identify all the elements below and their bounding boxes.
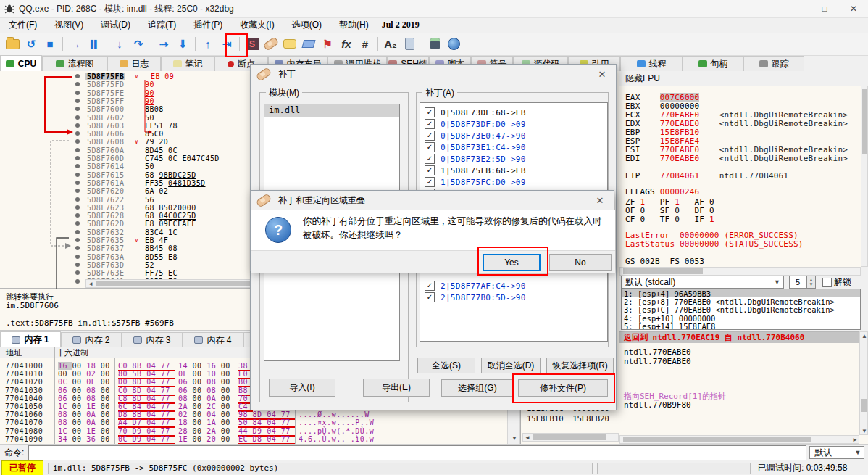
select-all-button[interactable]: 全选(S) xyxy=(417,358,475,373)
menu-item[interactable]: 视图(V) xyxy=(46,17,92,33)
breakpoint-dot[interactable] xyxy=(75,205,80,210)
menu-item[interactable]: 调试(D) xyxy=(92,17,139,33)
tab-笔记[interactable]: 笔记 xyxy=(161,56,214,71)
minimize-button[interactable]: — xyxy=(781,0,810,17)
menu-item[interactable]: 收藏夹(I) xyxy=(231,17,283,33)
export-button[interactable]: 导出(E) xyxy=(363,379,430,397)
comments-icon[interactable] xyxy=(281,36,299,53)
registers-hscrollbar[interactable] xyxy=(619,267,861,276)
tab-流程图[interactable]: 流程图 xyxy=(42,56,107,71)
stackinfo-vscrollbar[interactable]: ▲ ▼ xyxy=(859,331,868,435)
tab-CPU[interactable]: CPU xyxy=(0,55,42,71)
menu-item[interactable]: 选项(O) xyxy=(283,17,330,33)
run-to-user-code-icon[interactable]: ⇥ xyxy=(218,36,235,53)
hash-icon[interactable]: # xyxy=(356,36,374,53)
ascii-table-icon[interactable]: A₂ xyxy=(382,36,399,53)
patch-dialog-titlebar[interactable]: 补丁 ✕ xyxy=(251,65,616,83)
tab-线程[interactable]: 线程 xyxy=(620,56,683,71)
arg-depth-value[interactable]: 5 xyxy=(789,276,806,289)
calculator-icon[interactable] xyxy=(426,36,443,53)
checkbox-checked-icon[interactable]: ✓ xyxy=(425,107,435,117)
breakpoint-dot[interactable] xyxy=(75,255,80,259)
breakpoint-dot[interactable] xyxy=(75,246,80,250)
patch-entry[interactable]: ✓2|5D8F77AF:C4->90 xyxy=(420,281,526,291)
run-trace-icon[interactable]: ⇢ xyxy=(155,36,172,53)
arg-depth-stepper[interactable]: ▲▼ xyxy=(806,276,816,289)
registers-vscrollbar[interactable] xyxy=(861,86,868,267)
stackinfo-hscrollbar[interactable]: ► xyxy=(619,435,859,444)
overlap-dialog-titlebar[interactable]: 补丁和重定向区域重叠 ✕ xyxy=(251,191,614,210)
breakpoint-dot[interactable] xyxy=(75,131,80,136)
checkbox-checked-icon[interactable]: ✓ xyxy=(425,292,435,302)
registers-area[interactable]: EAX 007C6000EBX 00000000ECX 770EABE0 <nt… xyxy=(619,86,868,267)
menu-item[interactable]: 插件(P) xyxy=(185,17,231,33)
patch-entry[interactable]: ✓0|5D8F73E2:5D->90 xyxy=(420,154,526,164)
checkbox-checked-icon[interactable]: ✓ xyxy=(425,131,435,141)
patch-entry[interactable]: ✓0|5D8F73E1:C4->90 xyxy=(420,142,526,152)
run-icon[interactable]: → xyxy=(67,36,84,53)
module-item[interactable]: im.dll xyxy=(264,104,399,117)
argument-row[interactable]: 4: [esp+10] 00000000 xyxy=(622,314,860,322)
register-line[interactable]: CF 0 TF 0 IF 1 xyxy=(625,215,729,224)
overlap-dialog-close-icon[interactable]: ✕ xyxy=(592,195,608,206)
checkbox-checked-icon[interactable]: ✓ xyxy=(425,119,435,129)
stop-icon[interactable]: ■ xyxy=(41,36,59,53)
patch-file-button[interactable]: 修补文件(P) xyxy=(518,379,608,397)
memory-tab-1[interactable]: 内存 1 xyxy=(0,331,61,347)
deselect-all-button[interactable]: 取消全选(D) xyxy=(481,358,541,373)
patch-dialog-close-icon[interactable]: ✕ xyxy=(594,69,610,80)
open-file-icon[interactable] xyxy=(4,36,21,53)
register-line[interactable]: GS 002B FS 0053 xyxy=(625,257,704,266)
checkbox-checked-icon[interactable]: ✓ xyxy=(425,142,435,152)
calling-convention-select[interactable]: 默认 (stdcall)▼ xyxy=(621,276,784,289)
globe-icon[interactable] xyxy=(445,36,462,53)
breakpoint-dot[interactable] xyxy=(75,270,80,275)
breakpoint-dot[interactable] xyxy=(75,164,80,168)
bookmarks-icon[interactable]: ⚑ xyxy=(319,36,336,53)
patch-icon[interactable] xyxy=(262,36,280,53)
register-line[interactable]: EDI 770EABE0 <ntdll.DbgUiRemoteBreakin> xyxy=(625,154,848,163)
seh-chain-icon[interactable]: S xyxy=(243,36,261,53)
dump-row[interactable]: 7704106008 00 0A 00 D8 8B 04 77 02 00 04… xyxy=(0,410,520,418)
close-button[interactable]: ✕ xyxy=(839,0,868,17)
register-line[interactable]: LastStatus 00000000 (STATUS_SUCCESS) xyxy=(625,239,804,249)
breakpoint-dot[interactable] xyxy=(75,189,80,193)
checkbox-checked-icon[interactable]: ✓ xyxy=(425,281,435,291)
breakpoint-dot[interactable] xyxy=(75,213,80,218)
arguments-list[interactable]: 1: [esp+4] 96A59BB32: [esp+8] 770EABE0 <… xyxy=(621,289,861,330)
patch-entry[interactable]: ✓2|5D8F77B0:5D->90 xyxy=(420,292,526,302)
memory-tab-4[interactable]: 内存 4 xyxy=(183,332,243,347)
breakpoint-dot[interactable] xyxy=(75,115,80,120)
patch-entry[interactable]: ✓0|5D8F73E0:47->90 xyxy=(420,131,526,141)
breakpoint-dot[interactable] xyxy=(75,82,80,86)
breakpoint-dot[interactable] xyxy=(75,74,80,78)
argument-row[interactable]: 1: [esp+4] 96A59BB3 xyxy=(622,289,860,297)
breakpoint-dot[interactable] xyxy=(75,173,80,177)
argument-row[interactable]: 2: [esp+8] 770EABE0 <ntdll.DbgUiRemoteBr… xyxy=(622,297,860,305)
step-over-icon[interactable]: ↷ xyxy=(130,36,147,53)
unlock-checkbox[interactable] xyxy=(822,278,832,287)
menu-item[interactable]: 帮助(H) xyxy=(330,17,377,33)
restore-selection-button[interactable]: 恢复选择项(R) xyxy=(546,358,614,373)
breakpoint-dot[interactable] xyxy=(75,221,80,226)
checkbox-checked-icon[interactable]: ✓ xyxy=(425,165,435,175)
yes-button[interactable]: Yes xyxy=(483,254,541,271)
argument-row[interactable]: 3: [esp+C] 770EABE0 <ntdll.DbgUiRemoteBr… xyxy=(622,305,860,313)
breakpoint-dot[interactable] xyxy=(75,230,80,234)
stack-info-pane[interactable]: 返回到 ntdll.770EAC19 自 ntdll.770B4060ntdll… xyxy=(619,331,868,444)
functions-icon[interactable]: fx xyxy=(338,36,355,53)
breakpoint-dot[interactable] xyxy=(75,263,80,267)
breakpoint-dot[interactable] xyxy=(75,156,80,160)
breakpoint-dot[interactable] xyxy=(75,279,80,284)
dump-row[interactable]: 7704109034 00 36 00 0C D9 04 77 1E 00 20… xyxy=(0,435,520,443)
breakpoint-dot[interactable] xyxy=(75,238,80,242)
breakpoint-dot[interactable] xyxy=(75,107,80,111)
breakpoint-dot[interactable] xyxy=(75,181,80,185)
breakpoint-dot[interactable] xyxy=(75,123,80,128)
breakpoint-dot[interactable] xyxy=(75,148,80,152)
breakpoint-dot[interactable] xyxy=(75,99,80,103)
argument-row[interactable]: 5: [esp+14] 15E8FAE8 xyxy=(622,322,860,330)
hide-fpu-button[interactable]: 隐藏FPU xyxy=(619,71,868,86)
patch-entry[interactable]: ✓1|5D8F75FC:D0->09 xyxy=(420,177,526,187)
step-out-icon[interactable]: ↑ xyxy=(199,36,217,53)
